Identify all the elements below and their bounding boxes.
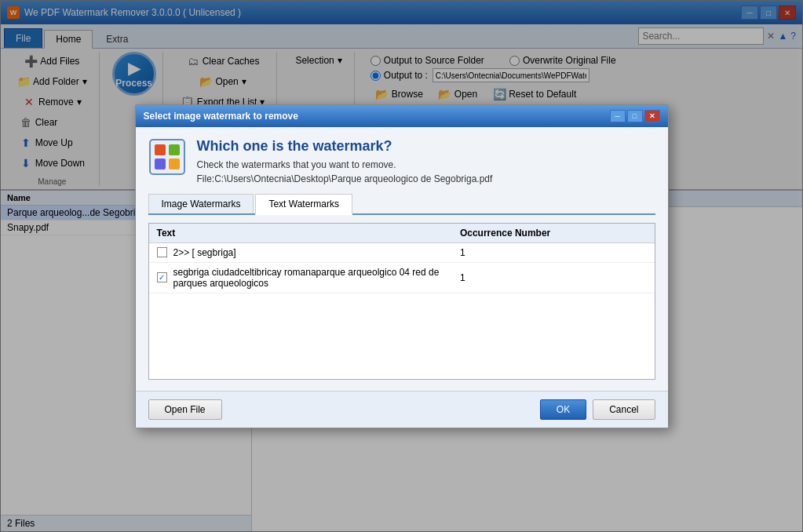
dialog-minimize-button[interactable]: ─ [610, 110, 626, 122]
tab-text-watermarks[interactable]: Text Watermarks [255, 194, 352, 215]
dialog-body: Which one is the watermark? Check the wa… [136, 127, 668, 391]
watermark-table-container: Text Occurrence Number 2>> [ segbriga] [148, 223, 655, 380]
footer-left: Open File [148, 399, 222, 420]
dialog-footer: Open File OK Cancel [136, 391, 668, 428]
dialog-maximize-button[interactable]: □ [627, 110, 643, 122]
svg-rect-4 [169, 159, 180, 169]
svg-rect-3 [155, 159, 166, 169]
dialog-tabs: Image Watermarks Text Watermarks [148, 194, 655, 215]
dialog-heading: Which one is the watermark? [197, 138, 493, 155]
footer-right: OK Cancel [540, 399, 655, 420]
dialog-header-row: Which one is the watermark? Check the wa… [148, 138, 655, 186]
watermark-row-2-text: segbriga ciudadceltibricay romanaparque … [149, 262, 452, 293]
watermark-table: Text Occurrence Number 2>> [ segbriga] [149, 224, 655, 293]
watermark-row-2-occurrence: 1 [452, 262, 655, 293]
dialog-subtitle-1: Check the watermarks that you want to re… [197, 158, 493, 172]
table-row: segbriga ciudadceltibricay romanaparque … [149, 262, 655, 293]
select-watermark-dialog: Select image watermark to remove ─ □ ✕ [135, 104, 669, 428]
watermark-checkbox-2[interactable] [157, 272, 167, 282]
watermark-row-1-text: 2>> [ segbriga] [149, 242, 452, 262]
watermark-icon [148, 138, 186, 176]
ok-button[interactable]: OK [540, 399, 586, 420]
table-header-occurrence: Occurrence Number [452, 224, 655, 243]
svg-rect-2 [169, 144, 180, 155]
watermark-checkbox-1[interactable] [157, 247, 167, 257]
dialog-header-text: Which one is the watermark? Check the wa… [197, 138, 493, 186]
dialog-title: Select image watermark to remove [144, 111, 298, 122]
dialog-close-button[interactable]: ✕ [644, 110, 660, 122]
watermark-text-2: segbriga ciudadceltibricay romanaparque … [173, 267, 444, 289]
open-file-button[interactable]: Open File [148, 399, 222, 420]
table-header-text: Text [149, 224, 452, 243]
dialog-title-bar: Select image watermark to remove ─ □ ✕ [136, 105, 668, 127]
watermark-text-1: 2>> [ segbriga] [173, 247, 236, 258]
dialog-title-controls: ─ □ ✕ [610, 110, 660, 122]
table-row: 2>> [ segbriga] 1 [149, 242, 655, 262]
cancel-button[interactable]: Cancel [593, 399, 655, 420]
watermark-row-1-occurrence: 1 [452, 242, 655, 262]
dialog-subtitle-2: File:C:\Users\Ontecnia\Desktop\Parque ar… [197, 172, 493, 186]
dialog-overlay: Select image watermark to remove ─ □ ✕ [0, 0, 803, 532]
tab-image-watermarks[interactable]: Image Watermarks [148, 194, 254, 213]
svg-rect-1 [155, 144, 166, 155]
